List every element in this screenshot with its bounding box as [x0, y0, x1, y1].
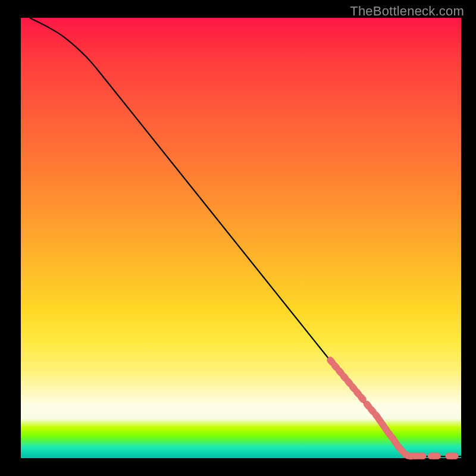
data-markers: [325, 356, 458, 461]
data-marker: [449, 453, 458, 459]
plot-area: [21, 18, 461, 458]
data-marker: [416, 453, 426, 459]
chart-svg: [21, 18, 461, 458]
chart-frame: TheBottleneck.com: [0, 0, 476, 476]
data-marker: [431, 453, 441, 459]
bottleneck-curve: [30, 18, 461, 456]
attribution-text: TheBottleneck.com: [350, 4, 464, 19]
